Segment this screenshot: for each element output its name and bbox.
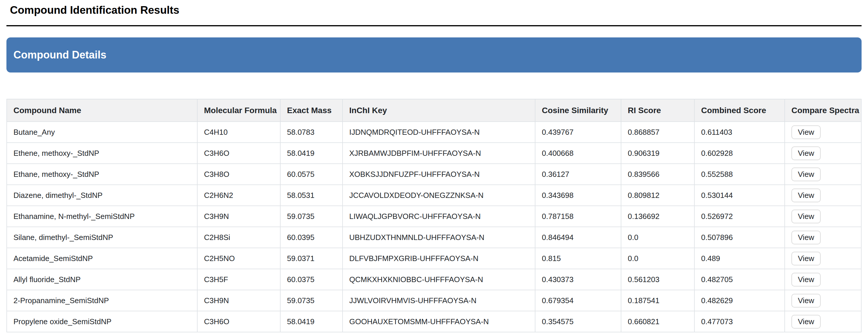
cell-compare-spectra: View <box>785 143 861 164</box>
cell-compound-name: Silane, dimethyl-_SemiStdNP <box>7 227 197 248</box>
cell-compare-spectra: View <box>785 164 861 185</box>
column-header-molecular-formula: Molecular Formula <box>197 99 280 122</box>
cell-compound-name: 2-Propanamine_SemiStdNP <box>7 290 197 311</box>
cell-cosine-similarity: 0.343698 <box>535 185 621 206</box>
cell-compound-name: Diazene, dimethyl-_StdNP <box>7 185 197 206</box>
cell-inchi-key: LIWAQLJGPBVORC-UHFFFAOYSA-N <box>343 206 535 227</box>
cell-exact-mass: 58.0419 <box>280 311 343 332</box>
cell-cosine-similarity: 0.400668 <box>535 143 621 164</box>
table-row: Ethene, methoxy-_StdNPC3H6O58.0419XJRBAM… <box>7 143 861 164</box>
view-button[interactable]: View <box>792 210 820 223</box>
cell-compare-spectra: View <box>785 185 861 206</box>
view-button[interactable]: View <box>792 294 820 307</box>
cell-molecular-formula: C3H6O <box>197 311 280 332</box>
cell-compare-spectra: View <box>785 227 861 248</box>
cell-combined-score: 0.526972 <box>694 206 785 227</box>
view-button[interactable]: View <box>792 231 820 244</box>
cell-combined-score: 0.530144 <box>694 185 785 206</box>
cell-compare-spectra: View <box>785 206 861 227</box>
compound-details-panel: Compound Details <box>6 37 862 72</box>
table-row: Ethane, methoxy-_StdNPC3H8O60.0575XOBKSJ… <box>7 164 861 185</box>
cell-cosine-similarity: 0.439767 <box>535 122 621 143</box>
cell-combined-score: 0.489 <box>694 248 785 269</box>
cell-compound-name: Ethene, methoxy-_StdNP <box>7 143 197 164</box>
cell-molecular-formula: C2H6N2 <box>197 185 280 206</box>
view-button[interactable]: View <box>792 147 820 160</box>
table-row: Diazene, dimethyl-_StdNPC2H6N258.0531JCC… <box>7 185 861 206</box>
cell-combined-score: 0.507896 <box>694 227 785 248</box>
table-row: Acetamide_SemiStdNPC2H5NO59.0371DLFVBJFM… <box>7 248 861 269</box>
cell-ri-score: 0.660821 <box>621 311 694 332</box>
cell-ri-score: 0.839566 <box>621 164 694 185</box>
cell-cosine-similarity: 0.815 <box>535 248 621 269</box>
cell-exact-mass: 60.0375 <box>280 269 343 290</box>
column-header-ri-score: RI Score <box>621 99 694 122</box>
cell-molecular-formula: C4H10 <box>197 122 280 143</box>
column-header-exact-mass: Exact Mass <box>280 99 343 122</box>
cell-cosine-similarity: 0.354575 <box>535 311 621 332</box>
cell-ri-score: 0.809812 <box>621 185 694 206</box>
page-content: Compound Identification Results Compound… <box>0 4 868 332</box>
table-row: Ethanamine, N-methyl-_SemiStdNPC3H9N59.0… <box>7 206 861 227</box>
cell-inchi-key: XJRBAMWJDBPFIM-UHFFFAOYSA-N <box>343 143 535 164</box>
cell-compound-name: Allyl fluoride_StdNP <box>7 269 197 290</box>
column-header-inchi-key: InChI Key <box>343 99 535 122</box>
view-button[interactable]: View <box>792 252 820 266</box>
cell-compare-spectra: View <box>785 248 861 269</box>
cell-inchi-key: JJWLVOIRVHMVIS-UHFFFAOYSA-N <box>343 290 535 311</box>
view-button[interactable]: View <box>792 125 820 139</box>
cell-molecular-formula: C3H8O <box>197 164 280 185</box>
cell-compound-name: Ethanamine, N-methyl-_SemiStdNP <box>7 206 197 227</box>
cell-compare-spectra: View <box>785 269 861 290</box>
table-row: Allyl fluoride_StdNPC3H5F60.0375QCMKXHXK… <box>7 269 861 290</box>
view-button[interactable]: View <box>792 315 820 329</box>
cell-inchi-key: IJDNQMDRQITEOD-UHFFFAOYSA-N <box>343 122 535 143</box>
table-header: Compound NameMolecular FormulaExact Mass… <box>7 99 861 122</box>
cell-molecular-formula: C3H6O <box>197 143 280 164</box>
cell-compound-name: Acetamide_SemiStdNP <box>7 248 197 269</box>
cell-combined-score: 0.482705 <box>694 269 785 290</box>
cell-molecular-formula: C3H9N <box>197 290 280 311</box>
cell-ri-score: 0.906319 <box>621 143 694 164</box>
cell-exact-mass: 60.0395 <box>280 227 343 248</box>
cell-combined-score: 0.602928 <box>694 143 785 164</box>
cell-inchi-key: UBHZUDXTHNMNLD-UHFFFAOYSA-N <box>343 227 535 248</box>
table-row: 2-Propanamine_SemiStdNPC3H9N59.0735JJWLV… <box>7 290 861 311</box>
view-button[interactable]: View <box>792 168 820 181</box>
cell-exact-mass: 58.0531 <box>280 185 343 206</box>
table-row: Propylene oxide_SemiStdNPC3H6O58.0419GOO… <box>7 311 861 332</box>
view-button[interactable]: View <box>792 273 820 286</box>
cell-ri-score: 0.561203 <box>621 269 694 290</box>
cell-inchi-key: JCCAVOLDXDEODY-ONEGZZNKSA-N <box>343 185 535 206</box>
cell-compare-spectra: View <box>785 122 861 143</box>
page-title: Compound Identification Results <box>10 4 862 16</box>
cell-exact-mass: 58.0419 <box>280 143 343 164</box>
cell-inchi-key: DLFVBJFMPXGRIB-UHFFFAOYSA-N <box>343 248 535 269</box>
cell-ri-score: 0.868857 <box>621 122 694 143</box>
compound-details-panel-title: Compound Details <box>13 49 106 61</box>
cell-ri-score: 0.0 <box>621 248 694 269</box>
cell-combined-score: 0.552588 <box>694 164 785 185</box>
cell-exact-mass: 59.0371 <box>280 248 343 269</box>
view-button[interactable]: View <box>792 188 820 202</box>
cell-compound-name: Propylene oxide_SemiStdNP <box>7 311 197 332</box>
cell-exact-mass: 59.0735 <box>280 290 343 311</box>
compound-results-table: Compound NameMolecular FormulaExact Mass… <box>6 99 862 332</box>
cell-molecular-formula: C3H9N <box>197 206 280 227</box>
title-divider <box>6 25 862 26</box>
cell-exact-mass: 60.0575 <box>280 164 343 185</box>
cell-compare-spectra: View <box>785 311 861 332</box>
column-header-compare-spectra: Compare Spectra <box>785 99 861 122</box>
cell-compare-spectra: View <box>785 290 861 311</box>
column-header-combined-score: Combined Score <box>694 99 785 122</box>
cell-combined-score: 0.611403 <box>694 122 785 143</box>
cell-cosine-similarity: 0.846494 <box>535 227 621 248</box>
cell-inchi-key: XOBKSJJDNFUZPF-UHFFFAOYSA-N <box>343 164 535 185</box>
cell-molecular-formula: C3H5F <box>197 269 280 290</box>
cell-combined-score: 0.477073 <box>694 311 785 332</box>
cell-exact-mass: 59.0735 <box>280 206 343 227</box>
cell-ri-score: 0.136692 <box>621 206 694 227</box>
cell-ri-score: 0.0 <box>621 227 694 248</box>
cell-molecular-formula: C2H8Si <box>197 227 280 248</box>
table-header-row: Compound NameMolecular FormulaExact Mass… <box>7 99 861 122</box>
